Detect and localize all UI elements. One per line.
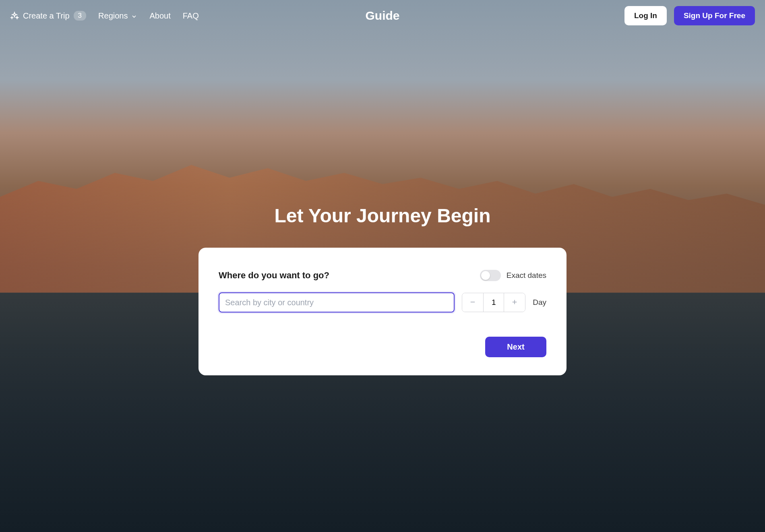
main-header: Create a Trip 3 Regions About FAQ Guide …: [0, 0, 765, 31]
days-stepper: 1: [462, 293, 525, 312]
destination-input[interactable]: [219, 292, 455, 313]
about-label: About: [149, 11, 170, 21]
trip-count-badge: 3: [74, 11, 86, 21]
header-left-nav: Create a Trip 3 Regions About FAQ: [10, 11, 199, 21]
create-trip-button[interactable]: Create a Trip 3: [10, 11, 86, 21]
card-header: Where do you want to go? Exact dates: [219, 270, 546, 281]
toggle-knob: [481, 271, 490, 280]
hero-title: Let Your Journey Begin: [275, 205, 491, 227]
chevron-down-icon: [131, 12, 137, 19]
day-unit-label: Day: [533, 298, 546, 307]
minus-icon: [469, 298, 476, 307]
sparkle-icon: [10, 11, 19, 20]
destination-question: Where do you want to go?: [219, 270, 329, 281]
card-footer: Next: [219, 337, 546, 357]
about-link[interactable]: About: [149, 11, 170, 21]
faq-label: FAQ: [183, 11, 199, 21]
exact-dates-toggle[interactable]: [480, 270, 501, 281]
header-right-nav: Log In Sign Up For Free: [624, 6, 755, 25]
regions-label: Regions: [98, 11, 128, 21]
decrement-button[interactable]: [462, 293, 483, 312]
signup-button[interactable]: Sign Up For Free: [674, 6, 755, 25]
days-value: 1: [483, 293, 504, 312]
increment-button[interactable]: [504, 293, 525, 312]
card-input-row: 1 Day: [219, 292, 546, 313]
next-button[interactable]: Next: [485, 337, 546, 357]
regions-dropdown[interactable]: Regions: [98, 11, 137, 21]
exact-dates-label: Exact dates: [507, 271, 546, 280]
faq-link[interactable]: FAQ: [183, 11, 199, 21]
search-card: Where do you want to go? Exact dates: [198, 248, 567, 375]
hero-section: Let Your Journey Begin Where do you want…: [0, 205, 765, 375]
plus-icon: [511, 298, 518, 307]
create-trip-label: Create a Trip: [23, 11, 70, 21]
logo[interactable]: Guide: [365, 9, 399, 23]
exact-dates-group: Exact dates: [480, 270, 546, 281]
login-button[interactable]: Log In: [624, 6, 667, 25]
